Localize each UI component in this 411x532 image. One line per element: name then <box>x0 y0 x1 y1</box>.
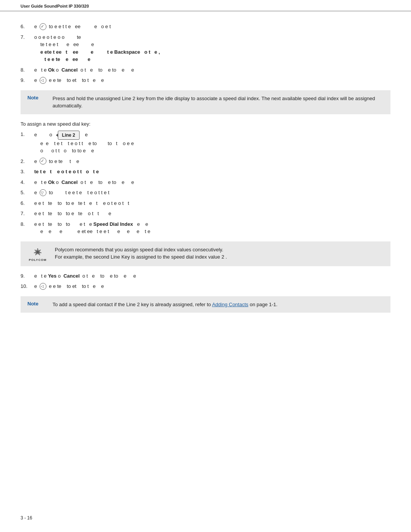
step-row: 4. e t e Ok o Cancel o t e to e to e e <box>21 179 390 186</box>
left-arrow-icon <box>40 77 46 84</box>
step-row: 10. e e e te to et to t e e <box>21 283 390 290</box>
step-num: 10. <box>21 283 34 290</box>
note-box-2: Note To add a speed dial contact if the … <box>21 296 390 313</box>
check-icon <box>40 23 46 30</box>
header-title: User Guide SoundPoint IP 330/320 <box>21 4 89 8</box>
step-num: 5. <box>21 189 34 197</box>
polycom-logo: POLYCOM <box>27 246 48 262</box>
step-num: 6. <box>21 200 34 207</box>
polycom-note-content: Polycom recommends that you assign speed… <box>55 246 227 261</box>
polycom-note-line2: For example, the second Line Key is assi… <box>55 253 227 261</box>
step-row: 8. e e t te to to e t e Speed Dial Index… <box>21 220 390 235</box>
note2-before: To add a speed dial contact if the Line … <box>53 302 212 307</box>
step-body: e e e te to et to t e e <box>34 283 390 290</box>
step-body: e t e Ok o Cancel o t e to e to e e <box>34 179 390 186</box>
step-body: e e t te to to e te o t t e <box>34 210 390 217</box>
note2-link[interactable]: Adding Contacts <box>212 302 248 307</box>
step-row: 6. e to e e t t e ee e o e t <box>21 23 390 30</box>
step-num: 8. <box>21 66 34 74</box>
step-body: e to e e t t e ee e o e t <box>34 23 390 30</box>
step-num: 8. <box>21 220 34 228</box>
step-row: 7. e e t te to to e te o t t e <box>21 210 390 217</box>
step-row: 2. e to e te t e <box>21 158 390 165</box>
line2-key: Line 2 <box>58 131 80 140</box>
step-num: 1. <box>21 131 34 138</box>
polycom-note-line1: Polycom recommends that you assign speed… <box>55 246 227 254</box>
step-num: 2. <box>21 158 34 165</box>
left-arrow-icon <box>40 283 46 290</box>
note-label: Note <box>27 95 43 101</box>
main-content: 6. e to e e t t e ee e o e t 7. o o e o … <box>0 11 411 330</box>
step-row: 3. te t e t e o t e o t t o t e <box>21 168 390 176</box>
step-row: 6. e e t te to to e te t e t e o t e o t… <box>21 200 390 207</box>
step-row: 8. e t e Ok o Cancel o t e to e to e e <box>21 66 390 74</box>
step-body: e t e Yes o Cancel o t e to e to e e <box>34 272 390 280</box>
step-num: 4. <box>21 179 34 186</box>
step-body: e e t te to to e t e Speed Dial Index e … <box>34 220 390 235</box>
step-body: o o e o t e o o te te t e e t e ee e e e… <box>34 34 390 63</box>
sub-line: e e t e t t e o t t e to to t o e e <box>40 140 390 147</box>
step-body: e t e Ok o Cancel o t e to e to e e <box>34 66 390 74</box>
note-text-2: To add a speed dial contact if the Line … <box>53 301 277 308</box>
step-body: e o Line 2 e e e t e t t e o t t e to to… <box>34 131 390 155</box>
step-body: e e e te to et to t e e <box>34 77 390 84</box>
step-body: e to t e e t e t e o t t e t <box>34 189 390 197</box>
note-box-1: Note Press and hold the unassigned Line … <box>21 90 390 114</box>
step-row: 9. e e e te to et to t e e <box>21 77 390 84</box>
step-body: e to e te t e <box>34 158 390 165</box>
down-arrow-icon <box>40 189 46 196</box>
polycom-logo-icon <box>31 247 45 257</box>
step-body: te t e t e o t e o t t o t e <box>34 168 390 176</box>
sub-line: t e e te e ee e <box>40 56 390 63</box>
step-num: 9. <box>21 77 34 84</box>
step-num: 7. <box>21 210 34 217</box>
step-body: e e t te to to e te t e t e o t e o t t <box>34 200 390 207</box>
check-icon <box>40 158 46 165</box>
polycom-note-box: POLYCOM Polycom recommends that you assi… <box>21 241 390 266</box>
sub-line: e ete t ee t ee e t e Backspace o t e , <box>40 48 390 56</box>
step-num: 6. <box>21 23 34 30</box>
section-heading: To assign a new speed dial key: <box>21 121 390 127</box>
step-num: 9. <box>21 272 34 280</box>
step-num: 3. <box>21 168 34 176</box>
page-header: User Guide SoundPoint IP 330/320 <box>0 0 411 11</box>
step-row: 1. e o Line 2 e e e t e t t e o t t e to… <box>21 131 390 155</box>
step-num: 7. <box>21 34 34 41</box>
sub-line: e e e e et ee t e e t e e e t e <box>40 228 390 235</box>
note2-after: on page 1-1. <box>249 302 278 307</box>
sub-line: te t e e t e ee e <box>40 41 390 48</box>
page-number: 3 - 16 <box>21 515 32 521</box>
step-row: 7. o o e o t e o o te te t e e t e ee e … <box>21 34 390 63</box>
sub-line: o o t t o to to e e <box>40 147 390 155</box>
step-row: 5. e to t e e t e t e o t t e t <box>21 189 390 197</box>
polycom-logo-text: POLYCOM <box>29 258 47 262</box>
step-row: 9. e t e Yes o Cancel o t e to e to e e <box>21 272 390 280</box>
note-label: Note <box>27 301 43 307</box>
note-text: Press and hold the unassigned Line 2 key… <box>53 95 384 110</box>
